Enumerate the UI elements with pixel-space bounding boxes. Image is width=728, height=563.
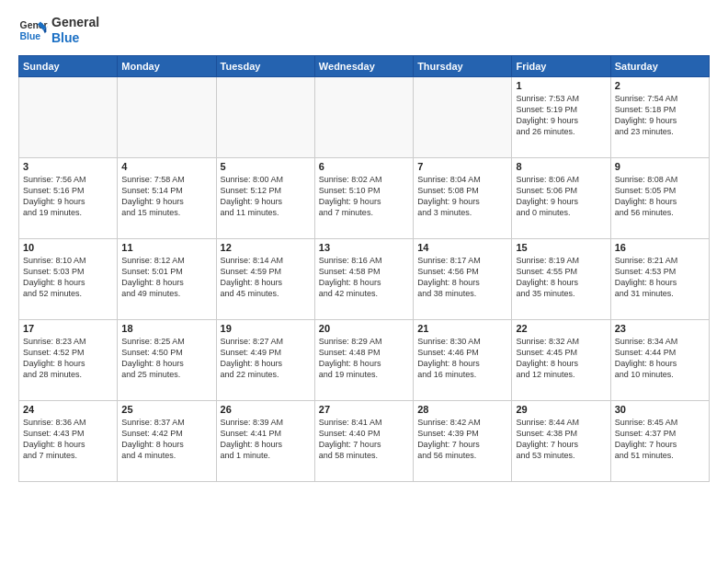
logo: General Blue General Blue <box>18 15 99 46</box>
day-info: Sunrise: 8:12 AM Sunset: 5:01 PM Dayligh… <box>121 255 211 300</box>
day-info: Sunrise: 8:16 AM Sunset: 4:58 PM Dayligh… <box>319 255 409 300</box>
day-number: 25 <box>121 404 211 415</box>
calendar-cell: 16Sunrise: 8:21 AM Sunset: 4:53 PM Dayli… <box>610 238 709 319</box>
day-number: 12 <box>221 242 311 253</box>
day-number: 28 <box>417 404 507 415</box>
day-info: Sunrise: 8:21 AM Sunset: 4:53 PM Dayligh… <box>615 255 705 300</box>
day-info: Sunrise: 8:27 AM Sunset: 4:49 PM Dayligh… <box>221 336 311 381</box>
calendar-cell: 11Sunrise: 8:12 AM Sunset: 5:01 PM Dayli… <box>118 238 216 319</box>
week-row-0: 1Sunrise: 7:53 AM Sunset: 5:19 PM Daylig… <box>19 76 710 157</box>
calendar-cell: 22Sunrise: 8:32 AM Sunset: 4:45 PM Dayli… <box>512 319 610 400</box>
day-info: Sunrise: 7:56 AM Sunset: 5:16 PM Dayligh… <box>23 174 113 219</box>
day-number: 26 <box>221 404 311 415</box>
calendar-cell: 17Sunrise: 8:23 AM Sunset: 4:52 PM Dayli… <box>19 319 118 400</box>
day-info: Sunrise: 8:32 AM Sunset: 4:45 PM Dayligh… <box>516 336 606 381</box>
day-number: 2 <box>615 80 705 91</box>
week-row-2: 10Sunrise: 8:10 AM Sunset: 5:03 PM Dayli… <box>19 238 710 319</box>
logo-blue: Blue <box>51 30 99 46</box>
day-info: Sunrise: 8:44 AM Sunset: 4:38 PM Dayligh… <box>516 417 606 462</box>
calendar-cell: 10Sunrise: 8:10 AM Sunset: 5:03 PM Dayli… <box>19 238 118 319</box>
day-number: 9 <box>615 161 705 172</box>
day-number: 3 <box>23 161 113 172</box>
day-info: Sunrise: 8:42 AM Sunset: 4:39 PM Dayligh… <box>417 417 507 462</box>
calendar-cell: 4Sunrise: 7:58 AM Sunset: 5:14 PM Daylig… <box>118 157 216 238</box>
calendar-cell: 14Sunrise: 8:17 AM Sunset: 4:56 PM Dayli… <box>414 238 512 319</box>
day-info: Sunrise: 8:39 AM Sunset: 4:41 PM Dayligh… <box>221 417 311 462</box>
day-number: 8 <box>516 161 606 172</box>
calendar-cell <box>414 76 512 157</box>
day-number: 29 <box>516 404 606 415</box>
week-row-4: 24Sunrise: 8:36 AM Sunset: 4:43 PM Dayli… <box>19 400 710 481</box>
calendar-cell: 2Sunrise: 7:54 AM Sunset: 5:18 PM Daylig… <box>610 76 709 157</box>
day-info: Sunrise: 8:25 AM Sunset: 4:50 PM Dayligh… <box>121 336 211 381</box>
weekday-wednesday: Wednesday <box>314 55 413 76</box>
calendar-cell <box>118 76 216 157</box>
day-info: Sunrise: 8:17 AM Sunset: 4:56 PM Dayligh… <box>417 255 507 300</box>
day-number: 27 <box>319 404 409 415</box>
weekday-sunday: Sunday <box>19 55 118 76</box>
day-number: 18 <box>121 323 211 334</box>
weekday-friday: Friday <box>512 55 610 76</box>
calendar-table: SundayMondayTuesdayWednesdayThursdayFrid… <box>18 55 710 482</box>
weekday-header-row: SundayMondayTuesdayWednesdayThursdayFrid… <box>19 55 710 76</box>
header: General Blue General Blue <box>18 15 710 46</box>
day-info: Sunrise: 8:41 AM Sunset: 4:40 PM Dayligh… <box>319 417 409 462</box>
day-number: 30 <box>615 404 705 415</box>
day-number: 24 <box>23 404 113 415</box>
day-number: 20 <box>319 323 409 334</box>
day-info: Sunrise: 7:54 AM Sunset: 5:18 PM Dayligh… <box>615 93 705 138</box>
week-row-1: 3Sunrise: 7:56 AM Sunset: 5:16 PM Daylig… <box>19 157 710 238</box>
calendar-cell: 13Sunrise: 8:16 AM Sunset: 4:58 PM Dayli… <box>314 238 413 319</box>
calendar-cell: 12Sunrise: 8:14 AM Sunset: 4:59 PM Dayli… <box>216 238 314 319</box>
day-number: 10 <box>23 242 113 253</box>
calendar-cell: 6Sunrise: 8:02 AM Sunset: 5:10 PM Daylig… <box>314 157 413 238</box>
day-number: 19 <box>221 323 311 334</box>
day-info: Sunrise: 8:36 AM Sunset: 4:43 PM Dayligh… <box>23 417 113 462</box>
calendar-cell <box>216 76 314 157</box>
day-info: Sunrise: 8:29 AM Sunset: 4:48 PM Dayligh… <box>319 336 409 381</box>
calendar-cell: 21Sunrise: 8:30 AM Sunset: 4:46 PM Dayli… <box>414 319 512 400</box>
day-info: Sunrise: 8:14 AM Sunset: 4:59 PM Dayligh… <box>221 255 311 300</box>
day-number: 15 <box>516 242 606 253</box>
day-number: 16 <box>615 242 705 253</box>
day-number: 5 <box>221 161 311 172</box>
calendar-cell: 15Sunrise: 8:19 AM Sunset: 4:55 PM Dayli… <box>512 238 610 319</box>
calendar-cell: 28Sunrise: 8:42 AM Sunset: 4:39 PM Dayli… <box>414 400 512 481</box>
weekday-tuesday: Tuesday <box>216 55 314 76</box>
calendar-cell: 20Sunrise: 8:29 AM Sunset: 4:48 PM Dayli… <box>314 319 413 400</box>
calendar-cell: 30Sunrise: 8:45 AM Sunset: 4:37 PM Dayli… <box>610 400 709 481</box>
logo-general: General <box>51 15 99 30</box>
day-number: 21 <box>417 323 507 334</box>
logo-icon: General Blue <box>18 16 48 45</box>
day-info: Sunrise: 8:45 AM Sunset: 4:37 PM Dayligh… <box>615 417 705 462</box>
calendar-cell: 7Sunrise: 8:04 AM Sunset: 5:08 PM Daylig… <box>414 157 512 238</box>
day-info: Sunrise: 8:00 AM Sunset: 5:12 PM Dayligh… <box>221 174 311 219</box>
day-number: 23 <box>615 323 705 334</box>
day-number: 17 <box>23 323 113 334</box>
day-info: Sunrise: 7:53 AM Sunset: 5:19 PM Dayligh… <box>516 93 606 138</box>
day-number: 22 <box>516 323 606 334</box>
calendar-cell: 18Sunrise: 8:25 AM Sunset: 4:50 PM Dayli… <box>118 319 216 400</box>
day-info: Sunrise: 8:34 AM Sunset: 4:44 PM Dayligh… <box>615 336 705 381</box>
calendar-cell: 25Sunrise: 8:37 AM Sunset: 4:42 PM Dayli… <box>118 400 216 481</box>
day-info: Sunrise: 8:23 AM Sunset: 4:52 PM Dayligh… <box>23 336 113 381</box>
page: General Blue General Blue SundayMondayTu… <box>0 0 728 563</box>
weekday-thursday: Thursday <box>414 55 512 76</box>
calendar-cell: 27Sunrise: 8:41 AM Sunset: 4:40 PM Dayli… <box>314 400 413 481</box>
day-info: Sunrise: 8:02 AM Sunset: 5:10 PM Dayligh… <box>319 174 409 219</box>
calendar-cell <box>19 76 118 157</box>
day-number: 6 <box>319 161 409 172</box>
calendar-cell: 29Sunrise: 8:44 AM Sunset: 4:38 PM Dayli… <box>512 400 610 481</box>
calendar-cell: 26Sunrise: 8:39 AM Sunset: 4:41 PM Dayli… <box>216 400 314 481</box>
calendar-cell: 1Sunrise: 7:53 AM Sunset: 5:19 PM Daylig… <box>512 76 610 157</box>
day-info: Sunrise: 8:19 AM Sunset: 4:55 PM Dayligh… <box>516 255 606 300</box>
calendar-cell: 3Sunrise: 7:56 AM Sunset: 5:16 PM Daylig… <box>19 157 118 238</box>
day-info: Sunrise: 8:10 AM Sunset: 5:03 PM Dayligh… <box>23 255 113 300</box>
weekday-monday: Monday <box>118 55 216 76</box>
calendar-cell <box>314 76 413 157</box>
calendar-cell: 24Sunrise: 8:36 AM Sunset: 4:43 PM Dayli… <box>19 400 118 481</box>
day-info: Sunrise: 8:04 AM Sunset: 5:08 PM Dayligh… <box>417 174 507 219</box>
day-number: 13 <box>319 242 409 253</box>
svg-text:Blue: Blue <box>20 30 41 40</box>
weekday-saturday: Saturday <box>610 55 709 76</box>
